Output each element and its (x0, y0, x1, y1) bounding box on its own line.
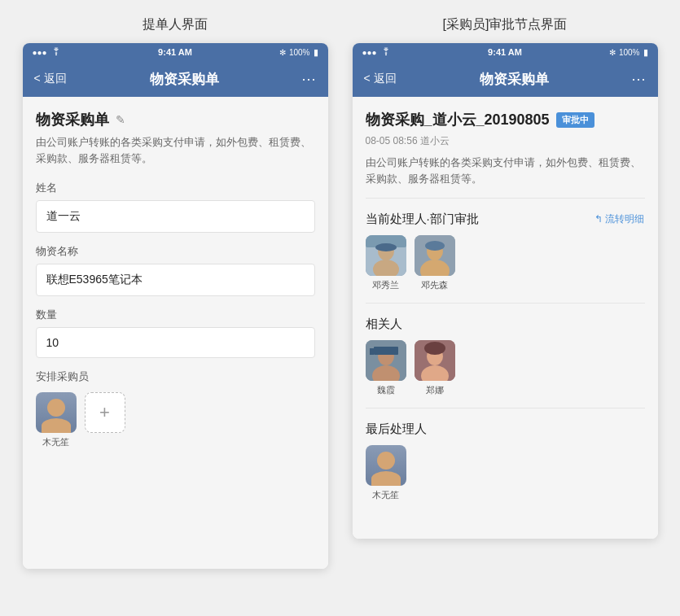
approval-content: 物资采购_道小云_20190805 审批中 08-05 08:56 道小云 由公… (353, 97, 658, 539)
svg-rect-14 (374, 347, 398, 355)
left-panel-wrapper: 提单人界面 ●●● (23, 16, 328, 569)
add-purchaser-button[interactable]: + (85, 392, 125, 433)
left-panel-title: 提单人界面 (143, 16, 208, 33)
field-label-item: 物资名称 (36, 244, 315, 259)
left-nav-title: 物资采购单 (150, 70, 219, 89)
related-section: 相关人 (366, 317, 645, 408)
svg-point-1 (385, 55, 387, 56)
field-group-qty: 数量 10 (36, 308, 315, 358)
right-panel-wrapper: [采购员]审批节点界面 ●●● (353, 16, 658, 539)
field-input-qty[interactable]: 10 (36, 327, 315, 358)
left-status-left: ●●● (33, 47, 62, 57)
avatar-zn-name: 郑娜 (426, 384, 444, 396)
right-more-button[interactable]: ··· (631, 71, 646, 88)
right-wifi-icon (380, 47, 392, 57)
purchaser-section: 安排采购员 木无笙 + (36, 369, 315, 448)
approval-desc: 由公司账户转账的各类采购支付申请，如外包费、租赁费、采购款、服务器租赁等。 (366, 155, 645, 199)
avatar-wh-svg (366, 340, 406, 381)
avatar-dxs-svg (415, 235, 455, 276)
field-input-item[interactable]: 联想E53965笔记本 (36, 264, 315, 296)
purchaser-label: 安排采购员 (36, 369, 315, 384)
current-handler-row: 当前处理人·部门审批 ↰ 流转明细 (366, 212, 645, 227)
svg-point-10 (425, 241, 445, 251)
svg-point-0 (55, 55, 57, 56)
svg-rect-15 (370, 348, 374, 355)
right-bluetooth-icon: ✻ (609, 48, 616, 57)
avatar-item-dxs: 邓先森 (415, 235, 455, 291)
left-battery-icon: ▮ (314, 47, 318, 58)
svg-point-19 (424, 342, 445, 355)
field-group-item: 物资名称 联想E53965笔记本 (36, 244, 315, 296)
right-back-button[interactable]: < 返回 (364, 72, 397, 86)
approval-title: 物资采购_道小云_20190805 审批中 (366, 110, 645, 129)
right-status-right: ✻ 100% ▮ (609, 47, 648, 58)
avatar-muwu-name: 木无笙 (42, 436, 69, 448)
avatar-dxl-svg (366, 235, 406, 276)
left-status-bar-inner: ●●● 9:41 AM ✻ 100% (33, 47, 318, 58)
purchaser-avatar-muwu: 木无笙 (36, 392, 77, 448)
avatar-item-zn: 郑娜 (415, 340, 455, 396)
flow-detail-link[interactable]: ↰ 流转明细 (594, 212, 644, 226)
avatar-dxl-name: 邓秀兰 (372, 279, 399, 291)
left-more-button[interactable]: ··· (301, 71, 316, 88)
right-panel-title: [采购员]审批节点界面 (443, 16, 568, 33)
avatar-muwu-right-name: 木无笙 (372, 489, 399, 501)
current-handler-title: 当前处理人·部门审批 (366, 212, 479, 227)
purchaser-avatar-row: 木无笙 + (36, 392, 315, 448)
avatar-item-muwu-right: 木无笙 (366, 445, 406, 501)
right-status-left: ●●● (362, 47, 392, 57)
avatar-item-dxl: 邓秀兰 (366, 235, 406, 291)
left-content: 物资采购单 ✎ 由公司账户转账的各类采购支付申请，如外包费、租赁费、采购款、服务… (23, 97, 328, 569)
field-input-name[interactable]: 道一云 (36, 200, 315, 233)
right-phone-frame: ●●● 9:41 AM ✻ 100% (353, 43, 658, 539)
avatar-dxl-img (366, 235, 406, 276)
left-signal-icon: ●●● (33, 48, 47, 57)
right-status-time: 9:41 AM (488, 47, 522, 57)
left-phone-frame: ●●● 9:41 AM ✻ 100% (23, 43, 328, 569)
left-status-time: 9:41 AM (158, 47, 192, 57)
right-nav-title: 物资采购单 (480, 70, 549, 89)
left-form-header: 物资采购单 ✎ (36, 110, 315, 129)
approval-meta: 08-05 08:56 道小云 (366, 134, 645, 148)
related-avatars: 魏霞 郑娜 (366, 340, 645, 396)
avatar-dxs-img (415, 235, 455, 276)
avatar-item-wh: 魏霞 (366, 340, 406, 396)
avatar-wh-img (366, 340, 406, 381)
avatar-wh-name: 魏霞 (377, 384, 395, 396)
field-label-name: 姓名 (36, 181, 315, 195)
left-back-button[interactable]: < 返回 (34, 72, 67, 86)
avatar-zn-img (415, 340, 455, 381)
last-handler-title: 最后处理人 (366, 422, 645, 437)
left-wifi-icon (50, 47, 62, 57)
avatar-dxs-name: 邓先森 (421, 279, 448, 291)
related-title: 相关人 (366, 317, 645, 332)
approval-title-text: 物资采购_道小云_20190805 (366, 110, 550, 129)
right-battery-icon: ▮ (643, 47, 648, 58)
edit-icon[interactable]: ✎ (116, 113, 125, 126)
right-nav-bar: < 返回 物资采购单 ··· (353, 61, 658, 97)
right-status-bar-inner: ●●● 9:41 AM ✻ 100% (362, 47, 648, 58)
current-handler-section: 当前处理人·部门审批 ↰ 流转明细 (366, 212, 645, 304)
avatar-muwu-img (36, 392, 77, 433)
left-status-right: ✻ 100% ▮ (279, 47, 318, 58)
avatar-muwu-right-img (366, 445, 406, 486)
right-battery-text: 100% (619, 48, 640, 57)
last-handler-avatars: 木无笙 (366, 445, 645, 501)
left-battery-text: 100% (289, 48, 310, 57)
field-group-name: 姓名 道一云 (36, 181, 315, 233)
field-label-qty: 数量 (36, 308, 315, 322)
svg-point-6 (375, 243, 397, 251)
left-bluetooth-icon: ✻ (279, 48, 286, 57)
left-form-desc: 由公司账户转账的各类采购支付申请，如外包费、租赁费、采购款、服务器租赁等。 (36, 134, 315, 166)
main-container: 提单人界面 ●●● (16, 16, 664, 569)
current-handler-avatars: 邓秀兰 邓先森 (366, 235, 645, 291)
last-handler-section: 最后处理人 木无笙 (366, 422, 645, 513)
left-status-bar: ●●● 9:41 AM ✻ 100% (23, 43, 328, 61)
left-nav-bar: < 返回 物资采购单 ··· (23, 61, 328, 97)
status-badge: 审批中 (556, 112, 594, 128)
right-status-bar: ●●● 9:41 AM ✻ 100% (353, 43, 658, 61)
right-signal-icon: ●●● (362, 48, 377, 57)
left-form-title: 物资采购单 (36, 110, 109, 129)
avatar-zn-svg (415, 340, 455, 381)
